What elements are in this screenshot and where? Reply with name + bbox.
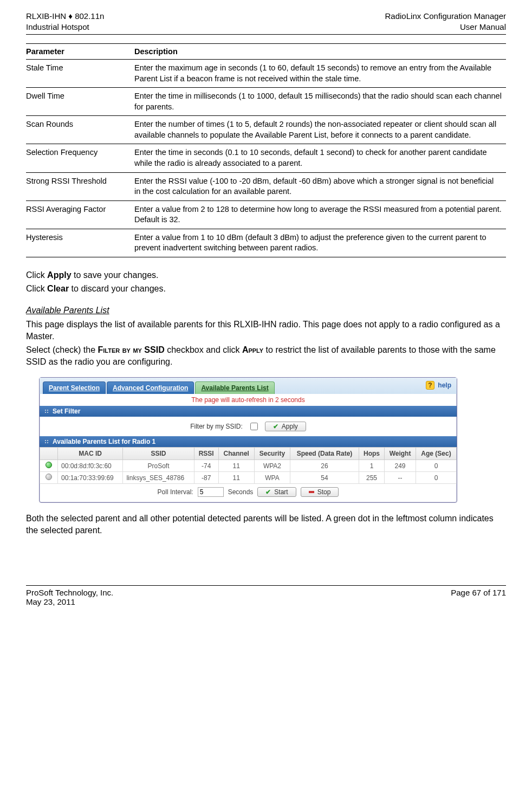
tab-parent-selection[interactable]: Parent Selection xyxy=(43,381,106,394)
cell-rssi: -74 xyxy=(194,460,218,472)
footer-company: ProSoft Technology, Inc. xyxy=(26,588,113,597)
cell-weight: -- xyxy=(385,472,416,484)
cell-channel: 11 xyxy=(218,472,254,484)
col-security: Security xyxy=(254,448,290,460)
cell-ssid: ProSoft xyxy=(123,460,194,472)
param-desc: Enter the RSSI value (-100 to -20 dBm, d… xyxy=(134,172,506,200)
col-weight: Weight xyxy=(385,448,416,460)
minus-icon xyxy=(309,491,314,493)
footer-page-number: Page 67 of 171 xyxy=(451,588,506,606)
auto-refresh-message: The page will auto-refresh in 2 seconds xyxy=(40,394,457,406)
col-speed: Speed (Data Rate) xyxy=(290,448,359,460)
apply-button[interactable]: ✔ Apply xyxy=(265,422,306,431)
filter-by-ssid-label: Filter by my SSID: xyxy=(190,423,243,430)
table-row: Stale Time Enter the maximum age in seco… xyxy=(26,60,506,88)
closing-paragraph: Both the selected parent and all other p… xyxy=(26,513,506,536)
param-name: Dwell Time xyxy=(26,88,134,116)
param-name: Scan Rounds xyxy=(26,116,134,144)
table-row[interactable]: 00:0d:8d:f0:3c:60 ProSoft -74 11 WPA2 26… xyxy=(40,460,457,472)
cell-ssid: linksys_SES_48786 xyxy=(123,472,194,484)
param-name: Selection Frequency xyxy=(26,144,134,172)
cell-age: 0 xyxy=(416,472,456,484)
param-name: Hysteresis xyxy=(26,229,134,257)
click-clear-text: Click Clear to discard your changes. xyxy=(26,283,506,295)
col-ssid: SSID xyxy=(123,448,194,460)
col-rssi: RSSI xyxy=(194,448,218,460)
param-name: Strong RSSI Threshold xyxy=(26,172,134,200)
filter-ssid-instruction: Select (check) the Filter by my SSID che… xyxy=(26,344,506,367)
seconds-label: Seconds xyxy=(228,488,254,496)
param-table-head-description: Description xyxy=(134,44,506,60)
cell-age: 0 xyxy=(416,460,456,472)
header-right-line1: RadioLinx Configuration Manager xyxy=(385,11,506,22)
grip-icon xyxy=(44,409,49,414)
table-row: Strong RSSI Threshold Enter the RSSI val… xyxy=(26,172,506,200)
page-footer: ProSoft Technology, Inc. May 23, 2011 Pa… xyxy=(26,585,506,606)
table-row: Scan Rounds Enter the number of times (1… xyxy=(26,116,506,144)
selected-dot-icon xyxy=(46,462,52,468)
cell-weight: 249 xyxy=(385,460,416,472)
cell-channel: 11 xyxy=(218,460,254,472)
table-row: Selection Frequency Enter the time in se… xyxy=(26,144,506,172)
set-filter-bar: Set Filter xyxy=(40,406,457,417)
start-button[interactable]: ✔ Start xyxy=(257,487,296,497)
param-name: Stale Time xyxy=(26,60,134,88)
param-desc: Enter the maximum age in seconds (1 to 6… xyxy=(134,60,506,88)
filter-by-ssid-checkbox[interactable] xyxy=(250,423,258,430)
section-heading-available-parents: Available Parents List xyxy=(26,306,506,315)
check-icon: ✔ xyxy=(273,423,278,430)
cell-rssi: -87 xyxy=(194,472,218,484)
header-right-line2: User Manual xyxy=(385,22,506,33)
param-desc: Enter a value from 2 to 128 to determine… xyxy=(134,200,506,229)
grip-icon xyxy=(44,439,49,444)
help-link[interactable]: help xyxy=(426,381,451,390)
cell-speed: 26 xyxy=(290,460,359,472)
param-desc: Enter the time in milliseconds (1 to 100… xyxy=(134,88,506,116)
available-parents-list-bar: Available Parents List for Radio 1 xyxy=(40,436,457,447)
col-channel: Channel xyxy=(218,448,254,460)
param-desc: Enter the number of times (1 to 5, defau… xyxy=(134,116,506,144)
footer-date: May 23, 2011 xyxy=(26,597,113,606)
param-desc: Enter a value from 1 to 10 dBm (default … xyxy=(134,229,506,257)
tab-available-parents-list[interactable]: Available Parents List xyxy=(195,381,274,394)
cell-mac: 00:0d:8d:f0:3c:60 xyxy=(58,460,123,472)
cell-mac: 00:1a:70:33:99:69 xyxy=(58,472,123,484)
param-desc: Enter the time in seconds (0.1 to 10 sec… xyxy=(134,144,506,172)
check-icon: ✔ xyxy=(265,488,271,496)
col-hops: Hops xyxy=(359,448,384,460)
poll-interval-label: Poll Interval: xyxy=(158,488,193,496)
table-row: Hysteresis Enter a value from 1 to 10 dB… xyxy=(26,229,506,257)
col-age: Age (Sec) xyxy=(416,448,456,460)
cell-hops: 1 xyxy=(359,460,384,472)
param-name: RSSI Averaging Factor xyxy=(26,200,134,229)
table-row[interactable]: 00:1a:70:33:99:69 linksys_SES_48786 -87 … xyxy=(40,472,457,484)
cell-security: WPA xyxy=(254,472,290,484)
stop-button[interactable]: Stop xyxy=(301,487,339,497)
header-left-line2: Industrial Hotspot xyxy=(26,22,104,33)
table-row: RSSI Averaging Factor Enter a value from… xyxy=(26,200,506,229)
param-table-head-parameter: Parameter xyxy=(26,44,134,60)
col-mac-id: MAC ID xyxy=(58,448,123,460)
available-parents-intro: This page displays the list of available… xyxy=(26,319,506,342)
unselected-dot-icon xyxy=(46,474,52,480)
table-row: Dwell Time Enter the time in millisecond… xyxy=(26,88,506,116)
parameter-table: Parameter Description Stale Time Enter t… xyxy=(26,43,506,257)
click-apply-text: Click Apply to save your changes. xyxy=(26,269,506,281)
tab-advanced-configuration[interactable]: Advanced Configuration xyxy=(107,381,194,394)
page-header: RLXIB-IHN ♦ 802.11n Industrial Hotspot R… xyxy=(26,11,506,35)
parents-data-table: MAC ID SSID RSSI Channel Security Speed … xyxy=(40,447,457,484)
cell-speed: 54 xyxy=(290,472,359,484)
cell-security: WPA2 xyxy=(254,460,290,472)
poll-interval-input[interactable] xyxy=(198,487,224,497)
cell-hops: 255 xyxy=(359,472,384,484)
available-parents-screenshot: Parent Selection Advanced Configuration … xyxy=(39,377,457,503)
header-left-line1: RLXIB-IHN ♦ 802.11n xyxy=(26,11,104,22)
